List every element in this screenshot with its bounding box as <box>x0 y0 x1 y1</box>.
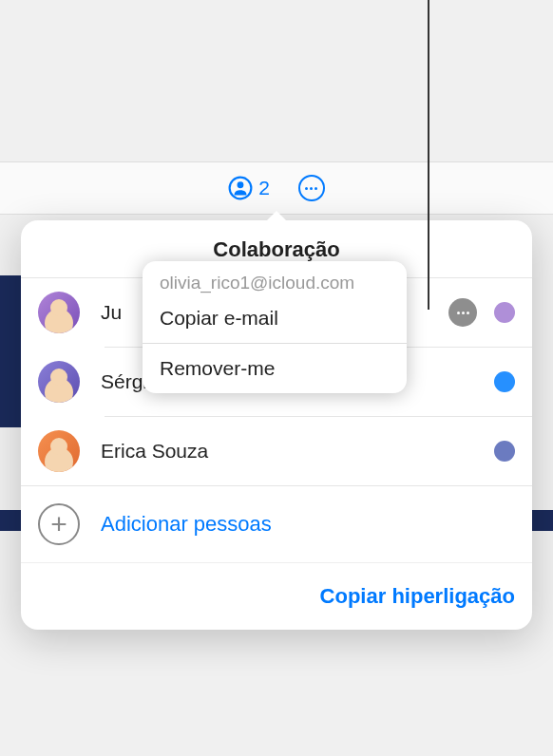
callout-line <box>428 0 429 310</box>
person-icon <box>228 176 253 200</box>
participant-more-button[interactable] <box>448 298 477 327</box>
avatar <box>38 292 80 333</box>
avatar <box>38 361 80 403</box>
dot-icon <box>467 312 469 314</box>
toolbar: 2 <box>0 161 553 215</box>
cursor-color-dot <box>494 441 515 462</box>
copy-link-button[interactable]: Copiar hiperligação <box>320 584 515 608</box>
collab-count: 2 <box>258 177 270 199</box>
collaboration-button[interactable]: 2 <box>228 176 270 200</box>
avatar <box>38 430 80 472</box>
dot-icon <box>315 187 317 190</box>
dot-icon <box>457 312 460 314</box>
add-people-button[interactable]: + Adicionar pessoas <box>21 485 532 562</box>
dot-icon <box>462 312 465 314</box>
remove-me-item[interactable]: Remover-me <box>143 344 407 393</box>
context-menu-email: olivia_rico1@icloud.com <box>143 261 407 297</box>
dot-icon <box>305 187 308 190</box>
plus-icon: + <box>38 503 80 545</box>
participant-name: Erica Souza <box>101 440 477 463</box>
dot-icon <box>310 187 313 190</box>
more-button[interactable] <box>298 175 325 201</box>
add-people-label: Adicionar pessoas <box>101 512 272 537</box>
context-menu: olivia_rico1@icloud.com Copiar e-mail Re… <box>143 261 407 393</box>
bottom-row: Copiar hiperligação <box>21 562 532 630</box>
cursor-color-dot <box>494 302 515 323</box>
popover-title: Colaboração <box>21 237 532 262</box>
copy-email-item[interactable]: Copiar e-mail <box>143 297 407 344</box>
cursor-color-dot <box>494 371 515 392</box>
svg-point-1 <box>238 181 244 188</box>
participant-row[interactable]: Erica Souza <box>21 417 532 485</box>
